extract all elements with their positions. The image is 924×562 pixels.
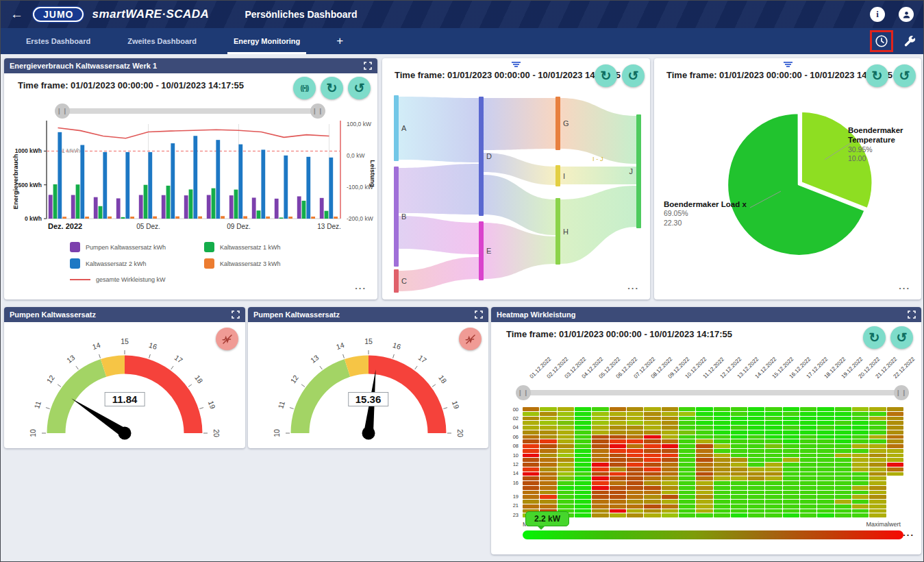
slider-handle-left[interactable]: ❙❙ xyxy=(55,103,70,119)
heatmap-cell xyxy=(765,430,782,435)
heatmap-cell xyxy=(662,463,678,467)
heatmap-cell xyxy=(592,513,608,517)
heatmap-cell xyxy=(627,472,643,476)
heatmap-cell xyxy=(783,439,799,443)
heatmap-cell xyxy=(765,435,782,439)
heatmap-hour-axis: 000204060810121416192123 xyxy=(508,407,520,517)
legend-item[interactable]: Kaltwassersatz 3 kWh xyxy=(204,258,338,269)
heatmap-cell xyxy=(714,495,730,499)
heatmap-cell xyxy=(575,407,591,411)
refresh-button[interactable]: ↻ xyxy=(866,64,888,87)
heatmap-cell xyxy=(523,435,539,439)
heatmap-cell xyxy=(540,463,556,467)
heatmap-cell xyxy=(714,417,730,421)
heatmap-cell xyxy=(644,417,660,421)
heatmap-cell xyxy=(627,495,643,499)
fullscreen-icon[interactable] xyxy=(232,310,240,319)
heatmap-cell xyxy=(592,430,608,435)
history-button[interactable]: ↺ xyxy=(348,77,371,99)
panel-menu-button[interactable]: ... xyxy=(899,281,910,291)
panel-menu-button[interactable]: ... xyxy=(355,281,366,291)
fullscreen-icon[interactable] xyxy=(364,62,372,70)
tab-energy-monitoring[interactable]: Energy Monitoring xyxy=(215,28,319,54)
heatmap-cell xyxy=(627,417,643,421)
heatmap-cell xyxy=(627,486,643,490)
heatmap-cell xyxy=(800,439,816,443)
heatmap-cell xyxy=(748,476,764,480)
slider-handle-right[interactable]: ❙❙ xyxy=(310,103,325,119)
heatmap-cell xyxy=(731,486,747,490)
refresh-button[interactable]: ↻ xyxy=(321,77,343,99)
tab-zweites-dashboard[interactable]: Zweites Dashboard xyxy=(109,28,215,54)
account-icon[interactable] xyxy=(899,7,914,22)
heatmap-cell xyxy=(575,449,591,453)
panel-menu-button[interactable]: ... xyxy=(627,281,639,291)
filter-icon[interactable] xyxy=(783,62,792,68)
svg-text:12: 12 xyxy=(288,374,300,385)
heatmap-cell xyxy=(748,509,764,513)
heatmap-cell xyxy=(817,412,834,416)
svg-text:17: 17 xyxy=(417,353,429,365)
heatmap-cell xyxy=(852,407,869,411)
heatmap-cell xyxy=(887,476,903,480)
heatmap-cell xyxy=(644,407,660,411)
slider-handle-left[interactable]: ❙❙ xyxy=(516,385,531,400)
history-clock-icon[interactable] xyxy=(874,34,889,49)
tab-erstes-dashboard[interactable]: Erstes Dashboard xyxy=(8,28,109,54)
heatmap-cell xyxy=(523,458,539,462)
wrench-icon[interactable] xyxy=(903,34,916,48)
slider-track[interactable] xyxy=(58,108,323,114)
heatmap-cell xyxy=(540,449,556,453)
heatmap-cell xyxy=(765,444,782,448)
back-arrow-icon[interactable]: ← xyxy=(10,7,23,22)
add-tab-button[interactable]: + xyxy=(319,28,361,54)
legend-item[interactable]: Pumpen Kaltwassersatz kWh xyxy=(70,242,204,252)
fullscreen-icon[interactable] xyxy=(908,310,916,319)
heatmap-cell xyxy=(644,463,660,467)
heatmap-cell xyxy=(523,407,539,411)
fullscreen-icon[interactable] xyxy=(475,310,483,319)
filter-icon[interactable] xyxy=(512,62,521,68)
heatmap-cell xyxy=(679,472,695,476)
heatmap-cell xyxy=(644,444,660,448)
heatmap-cell xyxy=(765,454,782,458)
slider-track[interactable] xyxy=(519,390,906,395)
heatmap-cell xyxy=(558,476,574,480)
heatmap-cell xyxy=(869,430,886,435)
heatmap-cell xyxy=(662,504,678,509)
heatmap-cell xyxy=(523,430,539,435)
svg-text:11: 11 xyxy=(32,400,42,409)
legend-item[interactable]: Kaltwassersatz 1 kWh xyxy=(204,242,338,252)
sankey-diagram: I - JABCDEGIHJ xyxy=(388,90,645,297)
heatmap-cell xyxy=(714,481,730,485)
heatmap-cell xyxy=(835,476,851,480)
heatmap-cell xyxy=(662,500,678,504)
heatmap-cell xyxy=(800,504,816,509)
heatmap-cell xyxy=(540,500,556,504)
heatmap-cell xyxy=(540,454,556,458)
refresh-button[interactable]: ↻ xyxy=(595,64,617,87)
heatmap-cell xyxy=(765,407,782,411)
heatmap-cell xyxy=(852,435,869,439)
heatmap-cell xyxy=(627,463,643,467)
history-button[interactable]: ↺ xyxy=(893,64,916,87)
heatmap-cell xyxy=(714,491,730,495)
heatmap-cell xyxy=(662,513,678,517)
heatmap-cell xyxy=(558,417,574,421)
heatmap-cell xyxy=(800,421,816,425)
heatmap-cell xyxy=(627,476,643,480)
live-data-button[interactable]: ((•)) xyxy=(293,77,316,99)
heatmap-cell xyxy=(887,407,903,411)
heatmap-cell xyxy=(662,435,678,439)
info-icon[interactable]: i xyxy=(870,7,885,22)
heatmap-cell xyxy=(887,444,903,448)
heatmap-cell xyxy=(696,426,712,430)
slider-handle-right[interactable]: ❙❙ xyxy=(894,385,909,400)
legend-item[interactable]: Kaltwassersatz 2 kWh xyxy=(70,258,204,269)
heatmap-cell xyxy=(696,421,712,425)
panel-menu-button[interactable]: ... xyxy=(903,528,914,538)
svg-text:B: B xyxy=(401,212,406,221)
history-button[interactable]: ↺ xyxy=(622,64,645,87)
legend-item-line[interactable]: gesamte Wirkleistung kW xyxy=(70,276,204,283)
heatmap-cell xyxy=(887,417,903,421)
